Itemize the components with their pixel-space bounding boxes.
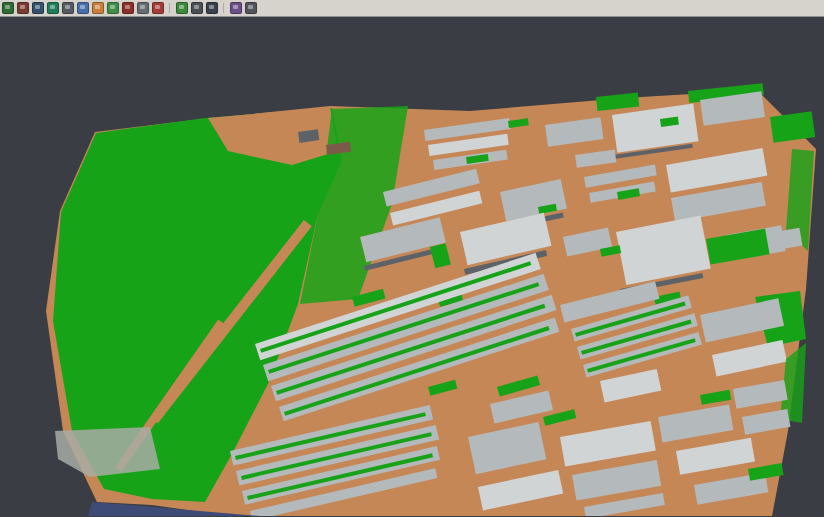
globe-icon[interactable] <box>206 2 218 14</box>
application-window <box>0 0 824 517</box>
toolbar-separator <box>221 2 227 14</box>
main-toolbar <box>0 0 824 17</box>
import-cloud-icon[interactable] <box>17 2 29 14</box>
grid-icon[interactable] <box>176 2 188 14</box>
vegetation-icon[interactable] <box>47 2 59 14</box>
classify-icon[interactable] <box>107 2 119 14</box>
texture-icon[interactable] <box>92 2 104 14</box>
chart-icon[interactable] <box>230 2 242 14</box>
export-icon[interactable] <box>245 2 257 14</box>
save-icon[interactable] <box>32 2 44 14</box>
measure-icon[interactable] <box>191 2 203 14</box>
building-tool-icon[interactable] <box>62 2 74 14</box>
record-icon[interactable] <box>122 2 134 14</box>
target-icon[interactable] <box>152 2 164 14</box>
3d-viewport[interactable] <box>0 17 824 516</box>
toolbar-separator <box>167 2 173 14</box>
layers-icon[interactable] <box>77 2 89 14</box>
settings-gear-icon[interactable] <box>137 2 149 14</box>
open-terrain-icon[interactable] <box>2 2 14 14</box>
bare-lot-bottomleft <box>55 427 160 477</box>
scene-svg[interactable] <box>0 17 824 516</box>
